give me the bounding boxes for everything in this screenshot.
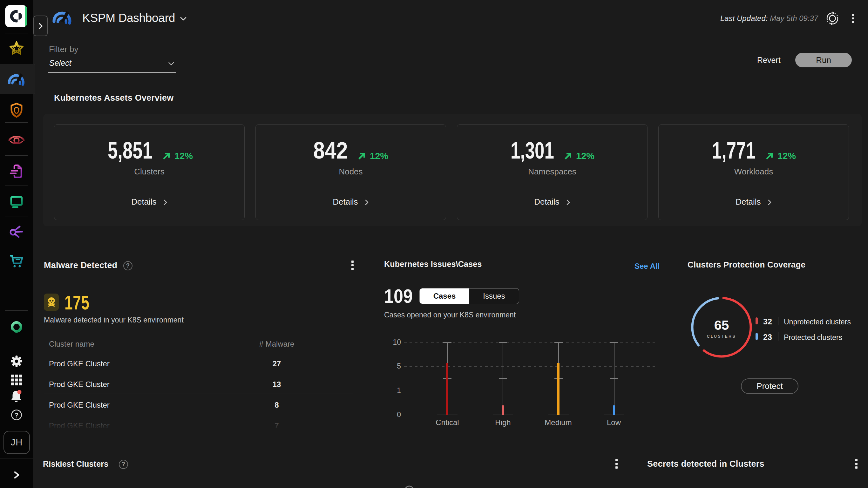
svg-text:?: ? xyxy=(14,411,19,419)
